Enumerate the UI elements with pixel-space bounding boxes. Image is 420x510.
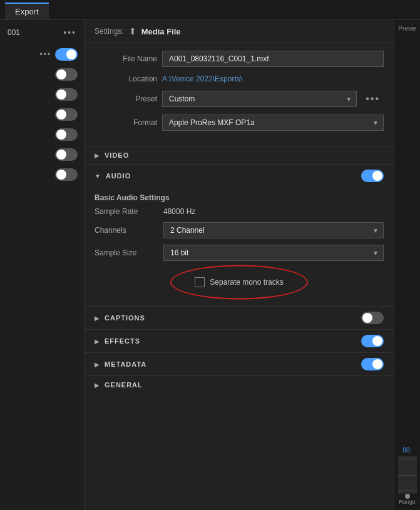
separate-mono-checkbox[interactable] — [195, 277, 205, 287]
preset-select-wrapper: Custom ▼ — [162, 91, 357, 107]
effects-chevron-right-icon: ▶ — [95, 338, 100, 345]
sample-rate-label: Sample Rate — [95, 207, 163, 216]
sample-rate-value: 48000 Hz — [163, 207, 195, 216]
captions-section-left: ▶ CAPTIONS — [95, 314, 145, 322]
ruler-marks — [398, 456, 417, 494]
video-section-title: VIDEO — [105, 151, 129, 159]
sidebar-row-6 — [4, 165, 80, 184]
format-select[interactable]: Apple ProRes MXF OP1a — [162, 115, 384, 131]
checkbox-area: Separate mono tracks — [95, 268, 384, 296]
filename-row: File Name — [95, 51, 384, 67]
video-section-left: ▶ VIDEO — [95, 151, 129, 159]
sidebar-toggle-5[interactable] — [55, 148, 78, 161]
format-select-wrapper: Apple ProRes MXF OP1a ▼ — [162, 115, 384, 131]
toggle-knob — [56, 110, 66, 120]
sidebar: 001 ••• ••• — [0, 20, 85, 510]
separate-mono-container: Separate mono tracks — [181, 268, 297, 296]
video-section-header[interactable]: ▶ VIDEO — [85, 146, 394, 164]
upload-icon: ⬆ — [129, 26, 136, 36]
sample-rate-row: Sample Rate 48000 Hz — [95, 207, 384, 216]
toggle-knob — [372, 171, 382, 181]
location-value-wrapper: A:\Venice 2022\Exports\ — [162, 74, 384, 83]
metadata-section-left: ▶ METADATA — [95, 360, 146, 368]
audio-section-title: AUDIO — [106, 172, 131, 180]
captions-section-title: CAPTIONS — [105, 314, 145, 322]
location-row: Location A:\Venice 2022\Exports\ — [95, 74, 384, 83]
captions-toggle[interactable] — [361, 312, 384, 324]
sample-size-row: Sample Size 16 bit ▼ — [95, 245, 384, 261]
toggle-knob — [56, 89, 66, 99]
sidebar-main-toggle[interactable] — [55, 48, 78, 61]
format-label: Format — [95, 118, 157, 127]
preset-label: Preset — [95, 94, 157, 103]
metadata-toggle[interactable] — [361, 358, 384, 370]
sidebar-more-button[interactable]: ••• — [63, 28, 76, 38]
audio-section-left: ▼ AUDIO — [95, 172, 131, 180]
ruler-mark-3 — [398, 491, 417, 491]
toggle-knob — [56, 170, 66, 180]
video-chevron-right-icon: ▶ — [95, 152, 100, 159]
toggle-knob — [372, 336, 382, 346]
sidebar-row-1 — [4, 65, 80, 84]
toggle-knob — [56, 130, 66, 140]
effects-toggle[interactable] — [361, 335, 384, 347]
location-label: Location — [95, 74, 157, 83]
separate-mono-label: Separate mono tracks — [210, 278, 283, 287]
timecode-display: 00: — [403, 447, 412, 456]
filename-input[interactable] — [162, 51, 384, 67]
sidebar-toggle-4[interactable] — [55, 128, 78, 141]
top-bar: Export — [0, 0, 420, 20]
sample-size-select-wrapper: 16 bit ▼ — [163, 245, 384, 261]
sidebar-row-3 — [4, 105, 80, 124]
audio-section-header[interactable]: ▼ AUDIO — [85, 164, 394, 187]
preset-row: Preset Custom ▼ ••• — [95, 91, 384, 107]
ruler-widget — [398, 456, 417, 494]
general-section-header[interactable]: ▶ GENERAL — [85, 375, 394, 394]
toggle-knob — [56, 150, 66, 160]
filename-label: File Name — [95, 54, 157, 63]
channels-select[interactable]: 2 Channel — [163, 222, 384, 238]
toggle-knob — [66, 49, 76, 59]
toggle-knob — [372, 359, 382, 369]
sidebar-row-main: ••• — [4, 45, 80, 64]
main-area: 001 ••• ••• — [0, 20, 420, 510]
toggle-knob — [362, 313, 372, 323]
channels-select-wrapper: 2 Channel ▼ — [163, 222, 384, 238]
ruler-dot — [405, 494, 410, 499]
general-chevron-right-icon: ▶ — [95, 382, 100, 389]
panel-header: Settings: ⬆ Media File — [85, 20, 394, 43]
metadata-chevron-right-icon: ▶ — [95, 361, 100, 368]
sidebar-toggle-6[interactable] — [55, 168, 78, 181]
range-label: Range — [399, 499, 416, 505]
sidebar-row-2 — [4, 85, 80, 104]
location-link[interactable]: A:\Venice 2022\Exports\ — [162, 74, 242, 83]
settings-label: Settings: — [95, 27, 124, 36]
sidebar-toggle-3[interactable] — [55, 108, 78, 121]
sidebar-row-4 — [4, 125, 80, 144]
filename-value-wrapper — [162, 51, 384, 67]
sidebar-title: 001 — [8, 28, 20, 37]
audio-toggle[interactable] — [361, 170, 384, 182]
captions-section-header[interactable]: ▶ CAPTIONS — [85, 306, 394, 329]
sample-size-select[interactable]: 16 bit — [163, 245, 384, 261]
effects-section-header[interactable]: ▶ EFFECTS — [85, 329, 394, 352]
sidebar-row-dots[interactable]: ••• — [39, 50, 51, 59]
general-section-left: ▶ GENERAL — [95, 381, 143, 389]
channels-label: Channels — [95, 226, 163, 235]
toggle-knob — [56, 69, 66, 79]
metadata-section-title: METADATA — [105, 360, 146, 368]
audio-chevron-down-icon: ▼ — [95, 173, 101, 180]
preset-select[interactable]: Custom — [162, 91, 357, 107]
effects-section-left: ▶ EFFECTS — [95, 337, 140, 345]
audio-section-content: Basic Audio Settings Sample Rate 48000 H… — [85, 187, 394, 306]
sidebar-toggle-2[interactable] — [55, 88, 78, 101]
basic-audio-title: Basic Audio Settings — [95, 193, 384, 202]
metadata-section-header[interactable]: ▶ METADATA — [85, 352, 394, 375]
sample-size-label: Sample Size — [95, 248, 163, 257]
preview-label: Previe — [398, 25, 416, 32]
preset-more-button[interactable]: ••• — [362, 92, 384, 106]
settings-content: File Name Location A:\Venice 2022\Export… — [85, 43, 394, 146]
sidebar-toggle-1[interactable] — [55, 68, 78, 81]
export-tab[interactable]: Export — [5, 3, 49, 19]
ruler-mark-1 — [398, 459, 417, 459]
